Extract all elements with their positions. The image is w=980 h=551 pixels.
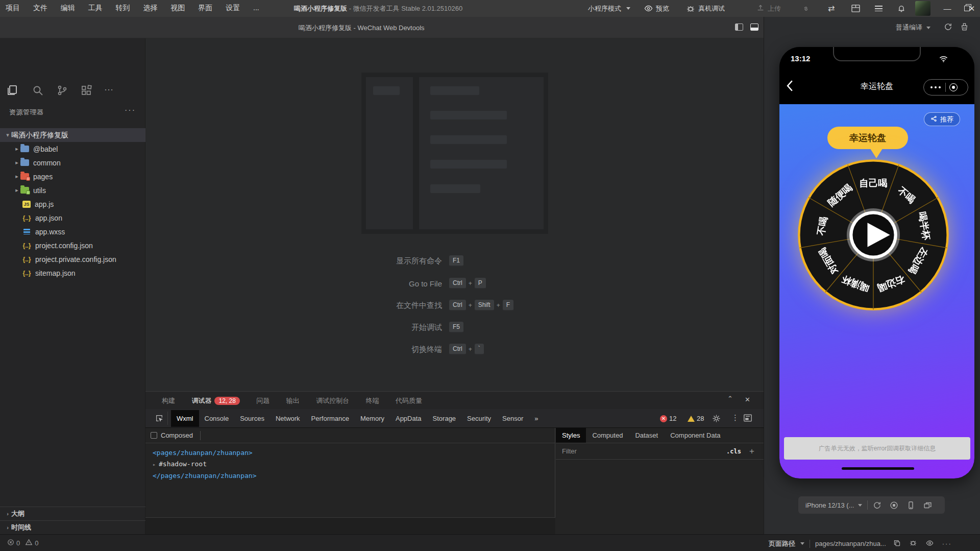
menu-project[interactable]: 项目 [0, 0, 26, 16]
layout-icon[interactable] [851, 0, 860, 17]
tree-file-app-json[interactable]: {..} app.json [0, 211, 145, 225]
hamburger-menu-icon[interactable] [875, 0, 883, 17]
outline-section[interactable]: › 大纲 [0, 507, 145, 520]
tree-folder-common[interactable]: ▸ common [0, 156, 145, 170]
tree-file-app-js[interactable]: JS app.js [0, 197, 145, 211]
refresh-icon[interactable] [944, 22, 952, 33]
miniprogram-mode-button[interactable]: 小程序模式 [588, 0, 630, 17]
tab-storage[interactable]: Storage [427, 410, 462, 427]
tab-sensor[interactable]: Sensor [497, 410, 529, 427]
capsule-button[interactable] [923, 79, 968, 95]
timeline-section[interactable]: › 时间线 [0, 520, 145, 534]
wxml-open-tag[interactable]: <pages/zhuanpan/zhuanpan> [153, 447, 555, 459]
tab-styles[interactable]: Styles [556, 428, 586, 443]
tab-component-data[interactable]: Component Data [664, 428, 726, 443]
console-error-count[interactable]: ✕ 12 [660, 415, 676, 422]
tab-performance[interactable]: Performance [306, 410, 355, 427]
tree-root-project[interactable]: ▾ 喝酒小程序修复版 [0, 128, 145, 142]
tab-console[interactable]: Console [199, 410, 235, 427]
composed-checkbox[interactable] [151, 432, 157, 439]
lucky-wheel[interactable]: 自己喝 不喝 喝半杯 左边喝 右边喝 喝满杯 对面喝 不喝 随便喝 [797, 158, 950, 312]
menu-edit[interactable]: 编辑 [55, 0, 81, 16]
menu-settings[interactable]: 设置 [220, 0, 246, 16]
tab-memory[interactable]: Memory [355, 410, 390, 427]
remote-debug-button[interactable]: 真机调试 [686, 0, 725, 17]
close-button[interactable]: ✕ [964, 0, 980, 17]
expand-arrow-icon[interactable]: ▸ [153, 462, 159, 467]
explorer-icon[interactable] [6, 84, 19, 98]
copy-path-icon[interactable] [893, 539, 901, 548]
console-warning-count[interactable]: 28 [688, 415, 704, 422]
phone-frame-icon[interactable] [906, 501, 915, 510]
toggle-left-panel-icon[interactable] [735, 23, 743, 33]
tab-network[interactable]: Network [270, 410, 306, 427]
multi-window-icon[interactable] [923, 501, 932, 510]
collapse-panel-icon[interactable]: ⌃ [727, 395, 733, 402]
new-style-rule-button[interactable]: + [749, 446, 754, 457]
tab-code-quality[interactable]: 代码质量 [396, 392, 422, 409]
upload-button[interactable]: 上传 [756, 0, 781, 17]
device-selector[interactable]: iPhone 12/13 (... [805, 501, 854, 509]
source-control-icon[interactable] [56, 84, 69, 98]
search-icon[interactable] [32, 84, 45, 98]
preview-button[interactable]: 预览 [644, 0, 669, 17]
swap-arrows-icon[interactable]: ⇄ [828, 0, 835, 17]
menu-file[interactable]: 文件 [28, 0, 53, 16]
cls-toggle-button[interactable]: .cls [726, 448, 741, 455]
more-actions-icon[interactable]: ··· [104, 84, 117, 98]
capsule-exit-icon[interactable] [949, 83, 958, 91]
menu-goto[interactable]: 转到 [110, 0, 136, 16]
tree-folder-pages[interactable]: ▸ pages [0, 170, 145, 183]
tab-sources[interactable]: Sources [234, 410, 270, 427]
rotate-device-icon[interactable] [873, 501, 881, 510]
tab-computed[interactable]: Computed [586, 428, 629, 443]
inspect-element-icon[interactable] [151, 412, 168, 425]
recommend-button[interactable]: 推荐 [924, 112, 960, 126]
tab-debugger[interactable]: 调试器12, 28 [191, 392, 239, 410]
tab-wxml[interactable]: Wxml [171, 410, 199, 427]
menu-interface[interactable]: 界面 [192, 0, 218, 16]
visibility-icon[interactable] [925, 539, 934, 548]
close-panel-icon[interactable]: ✕ [745, 396, 750, 403]
wxml-close-tag[interactable]: </pages/zhuanpan/zhuanpan> [153, 470, 555, 482]
tab-security[interactable]: Security [461, 410, 497, 427]
menu-view[interactable]: 视图 [165, 0, 190, 16]
extensions-icon[interactable] [80, 84, 93, 98]
tree-folder-utils[interactable]: ▸ utils [0, 183, 145, 197]
toggle-bottom-panel-icon[interactable] [750, 23, 758, 33]
explorer-more-icon[interactable]: ··· [125, 106, 136, 115]
tab-build[interactable]: 构建 [162, 392, 175, 409]
bell-icon[interactable] [897, 0, 905, 17]
tree-folder-babel[interactable]: ▸ @babel [0, 142, 145, 156]
clear-cache-icon[interactable] [960, 22, 969, 33]
tree-file-sitemap[interactable]: {..} sitemap.json [0, 266, 145, 280]
debug-page-icon[interactable] [909, 539, 917, 548]
minimize-button[interactable]: — [937, 0, 958, 17]
status-more-icon[interactable]: ··· [942, 540, 952, 547]
more-tabs-icon[interactable]: » [529, 410, 544, 427]
compile-mode-selector[interactable]: 普通编译 [896, 23, 930, 32]
tab-dataset[interactable]: Dataset [629, 428, 664, 443]
devtools-settings-gear-icon[interactable] [712, 414, 721, 425]
tab-output[interactable]: 输出 [286, 392, 300, 409]
tab-debug-console[interactable]: 调试控制台 [316, 392, 349, 409]
page-path-value[interactable]: pages/zhuanpan/zhua... [815, 540, 886, 547]
link-icon[interactable] [801, 0, 811, 17]
stop-icon[interactable] [890, 501, 898, 510]
tree-file-project-config[interactable]: {..} project.config.json [0, 238, 145, 252]
dock-side-icon[interactable] [744, 414, 752, 424]
menu-tools[interactable]: 工具 [83, 0, 108, 16]
menu-more[interactable]: ... [248, 0, 265, 15]
tab-problems[interactable]: 问题 [256, 392, 270, 409]
devtools-more-menu-icon[interactable]: ⋮ [731, 413, 740, 422]
styles-filter-input[interactable]: Filter [562, 447, 577, 455]
page-path-label[interactable]: 页面路径 [769, 539, 795, 548]
tab-appdata[interactable]: AppData [390, 410, 427, 427]
menu-select[interactable]: 选择 [137, 0, 163, 16]
tab-terminal[interactable]: 终端 [366, 392, 379, 409]
capsule-more-icon[interactable] [929, 86, 942, 88]
user-avatar[interactable] [915, 1, 930, 16]
wxml-shadow-root[interactable]: ▸ #shadow-root [153, 459, 555, 470]
tree-file-project-private-config[interactable]: {..} project.private.config.json [0, 252, 145, 266]
tree-file-app-wxss[interactable]: app.wxss [0, 225, 145, 238]
